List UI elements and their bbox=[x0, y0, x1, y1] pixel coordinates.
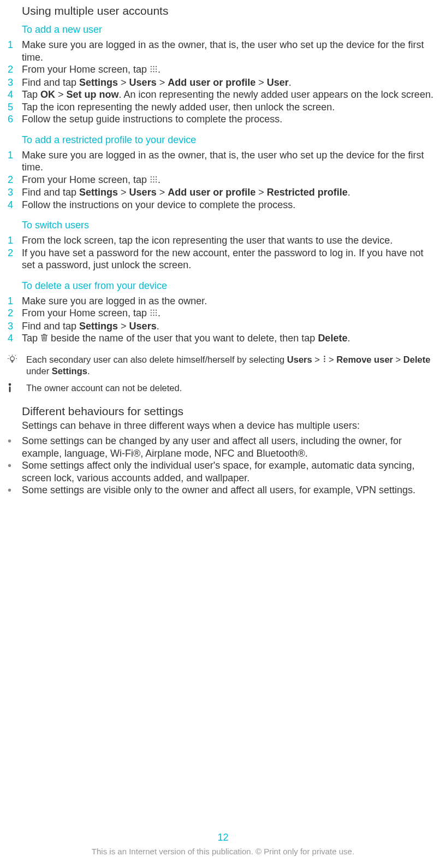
sub-heading-delete: To delete a user from your device bbox=[22, 280, 438, 292]
page-number: 12 bbox=[0, 832, 446, 843]
sub-heading-add-user: To add a new user bbox=[22, 24, 438, 36]
apps-icon bbox=[150, 307, 157, 320]
behaviours-bullets: Some settings can be changed by any user… bbox=[8, 435, 438, 497]
step: 4Tap OK > Set up now. An icon representi… bbox=[8, 88, 438, 101]
steps-switch: 1From the lock screen, tap the icon repr… bbox=[8, 234, 438, 271]
step: 1Make sure you are logged in as the owne… bbox=[8, 295, 438, 308]
warning-note: The owner account can not be deleted. bbox=[8, 382, 438, 394]
step: 6Follow the setup guide instructions to … bbox=[8, 113, 438, 126]
list-item: Some settings affect only the individual… bbox=[8, 459, 438, 484]
step: 2From your Home screen, tap . bbox=[8, 63, 438, 76]
step: 5Tap the icon representing the newly add… bbox=[8, 101, 438, 114]
step: 1Make sure you are logged in as the owne… bbox=[8, 149, 438, 174]
lightbulb-icon bbox=[8, 354, 22, 364]
exclamation-icon bbox=[8, 382, 22, 392]
behaviours-intro: Settings can behave in three different w… bbox=[22, 420, 438, 432]
steps-add-user: 1Make sure you are logged in as the owne… bbox=[8, 39, 438, 126]
apps-icon bbox=[150, 174, 157, 186]
steps-restricted: 1Make sure you are logged in as the owne… bbox=[8, 149, 438, 211]
footer-text: This is an Internet version of this publ… bbox=[0, 847, 446, 856]
list-item: Some settings are visible only to the ow… bbox=[8, 484, 438, 497]
overflow-icon bbox=[323, 354, 326, 365]
step: 2From your Home screen, tap . bbox=[8, 307, 438, 320]
step: 3Find and tap Settings > Users. bbox=[8, 320, 438, 333]
apps-icon bbox=[150, 63, 157, 76]
sub-heading-restricted: To add a restricted profile to your devi… bbox=[22, 134, 438, 146]
section-heading-behaviours: Different behaviours for settings bbox=[22, 405, 438, 418]
document-page: Using multiple user accounts To add a ne… bbox=[0, 0, 446, 868]
step: 1From the lock screen, tap the icon repr… bbox=[8, 234, 438, 247]
step: 2If you have set a password for the new … bbox=[8, 247, 438, 271]
list-item: Some settings can be changed by any user… bbox=[8, 435, 438, 459]
steps-delete: 1Make sure you are logged in as the owne… bbox=[8, 295, 438, 345]
step: 4Follow the instructions on your device … bbox=[8, 199, 438, 211]
main-heading: Using multiple user accounts bbox=[22, 4, 438, 17]
page-footer: 12 This is an Internet version of this p… bbox=[0, 832, 446, 856]
step: 3Find and tap Settings > Users > Add use… bbox=[8, 186, 438, 199]
step: 3Find and tap Settings > Users > Add use… bbox=[8, 76, 438, 89]
tip-note: Each secondary user can also delete hims… bbox=[8, 354, 438, 377]
sub-heading-switch: To switch users bbox=[22, 220, 438, 231]
step: 4Tap beside the name of the user that yo… bbox=[8, 332, 438, 345]
step: 1Make sure you are logged in as the owne… bbox=[8, 39, 438, 63]
trash-icon bbox=[41, 332, 47, 345]
step: 2From your Home screen, tap . bbox=[8, 174, 438, 187]
